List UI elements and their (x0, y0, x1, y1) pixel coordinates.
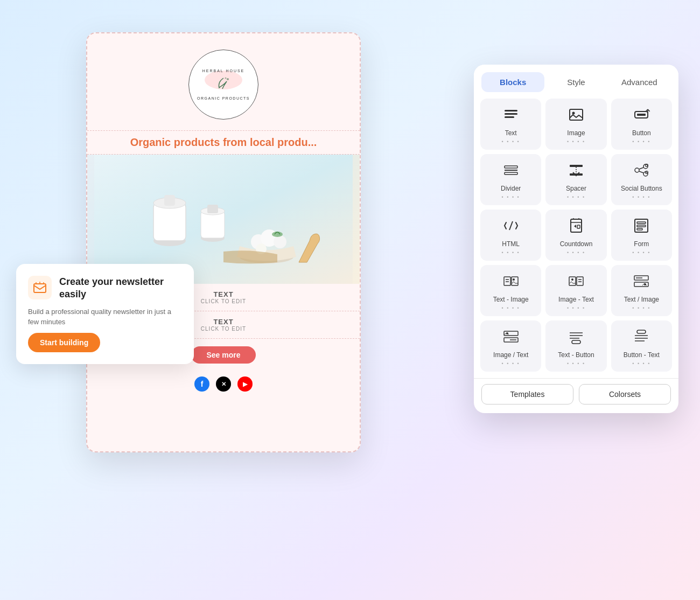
spacer-block-icon (568, 162, 585, 182)
block-image-slash-text[interactable]: Image / Text • • • • (480, 320, 541, 372)
svg-point-0 (227, 78, 229, 80)
newsletter-icon (28, 276, 52, 299)
text-image-icon-svg (502, 273, 520, 290)
social-youtube-icon[interactable]: ▶ (237, 376, 253, 392)
newsletter-social: f ✕ ▶ (87, 371, 360, 397)
block-text-slash-image[interactable]: Text / Image • • • • (611, 265, 672, 316)
block-countdown[interactable]: Countdown • • • • (545, 210, 606, 261)
form-icon-svg (633, 217, 650, 234)
tab-advanced[interactable]: Advanced (608, 72, 671, 92)
text-block-label: Text (505, 129, 517, 137)
start-building-button[interactable]: Start building (28, 333, 100, 352)
block-divider[interactable]: Divider • • • • (480, 154, 541, 205)
image-text-block-icon (568, 273, 585, 292)
countdown-block-label: Countdown (560, 240, 593, 248)
button-block-dots: • • • • (632, 139, 650, 144)
svg-rect-21 (505, 110, 517, 111)
svg-point-1 (225, 78, 227, 79)
image-slash-text-block-icon (502, 328, 520, 348)
text-image-block-label: Text - Image (493, 296, 529, 303)
panel-tabs: Blocks Style Advanced (474, 65, 678, 92)
block-social[interactable]: Social Buttons • • • • (611, 154, 672, 205)
see-more-button[interactable]: See more (191, 346, 255, 364)
image-text-icon-svg (568, 273, 585, 290)
logo-text-top: HERBAL HOUSE (202, 69, 245, 73)
tab-style[interactable]: Style (544, 72, 607, 92)
svg-rect-70 (572, 340, 580, 344)
text-block-icon (502, 106, 520, 126)
svg-line-37 (639, 168, 643, 169)
svg-rect-23 (505, 116, 514, 118)
image-slash-text-block-label: Image / Text (493, 351, 528, 359)
svg-rect-24 (570, 109, 583, 120)
button-text-icon-svg (633, 328, 650, 345)
svg-rect-49 (504, 277, 510, 285)
svg-rect-10 (207, 205, 218, 213)
svg-line-41 (509, 221, 513, 230)
button-icon-svg (633, 106, 650, 123)
svg-rect-55 (577, 277, 583, 285)
svg-rect-17 (34, 284, 46, 292)
svg-point-53 (513, 278, 515, 281)
block-form[interactable]: Form • • • • (611, 210, 672, 261)
colorsets-button[interactable]: Colorsets (579, 384, 671, 404)
countdown-block-icon (568, 217, 585, 237)
svg-rect-28 (505, 166, 517, 168)
countdown-icon-svg (568, 217, 585, 234)
svg-rect-33 (570, 173, 583, 176)
svg-rect-50 (512, 277, 518, 285)
spacer-icon-svg (568, 162, 585, 179)
social-block-dots: • • • • (632, 194, 650, 200)
svg-rect-47 (637, 225, 646, 227)
right-panel: Blocks Style Advanced Text • • • • (474, 65, 678, 413)
newsletter-headline: Organic products from local produ... (87, 130, 360, 155)
text-button-block-dots: • • • • (567, 361, 585, 366)
text-image-block-icon (502, 273, 520, 292)
svg-rect-6 (164, 195, 175, 206)
info-card-title: Create your newsletter easily (59, 276, 182, 301)
svg-rect-60 (634, 282, 648, 287)
html-block-dots: • • • • (502, 250, 520, 255)
svg-rect-31 (570, 165, 583, 167)
spacer-block-dots: • • • • (567, 194, 585, 200)
svg-point-14 (274, 235, 286, 248)
social-facebook-icon[interactable]: f (194, 376, 209, 392)
svg-point-56 (571, 278, 573, 281)
image-text-block-label: Image - Text (558, 296, 594, 303)
block-spacer[interactable]: Spacer • • • • (545, 154, 606, 205)
block-text-image[interactable]: Text - Image • • • • (480, 265, 541, 316)
button-block-icon (633, 106, 650, 126)
text-button-block-label: Text - Button (558, 351, 594, 359)
social-twitter-icon[interactable]: ✕ (216, 376, 231, 392)
block-button[interactable]: Button • • • • (611, 99, 672, 150)
image-slash-text-icon-svg (502, 328, 520, 345)
block-text-button[interactable]: Text - Button • • • • (545, 320, 606, 372)
info-card: Create your newsletter easily Build a pr… (16, 264, 194, 364)
form-block-label: Form (634, 240, 649, 248)
divider-block-label: Divider (501, 185, 521, 192)
social-block-icon (633, 162, 650, 182)
block-image-text[interactable]: Image - Text • • • • (545, 265, 606, 316)
divider-icon-svg (502, 162, 520, 179)
divider-block-icon (502, 162, 520, 182)
logo-leaf-svg (213, 74, 234, 95)
form-block-icon (633, 217, 650, 237)
svg-rect-22 (505, 113, 517, 115)
logo-text-bottom: ORGANIC PRODUCTS (197, 96, 250, 100)
social-block-label: Social Buttons (621, 185, 662, 192)
text-image-block-dots: • • • • (502, 305, 520, 311)
image-block-label: Image (567, 129, 585, 137)
block-text[interactable]: Text • • • • (480, 99, 541, 150)
block-button-text[interactable]: Button - Text • • • • (611, 320, 672, 372)
svg-rect-29 (505, 172, 517, 175)
block-html[interactable]: HTML • • • • (480, 210, 541, 261)
templates-button[interactable]: Templates (481, 384, 573, 404)
tab-blocks[interactable]: Blocks (481, 72, 544, 92)
svg-rect-27 (637, 114, 646, 116)
text-slash-image-block-label: Text / Image (624, 296, 659, 303)
block-image[interactable]: Image • • • • (545, 99, 606, 150)
svg-rect-71 (637, 330, 646, 333)
image-slash-text-block-dots: • • • • (502, 361, 520, 366)
info-card-header: Create your newsletter easily (28, 276, 182, 301)
text-slash-image-block-icon (633, 273, 650, 292)
